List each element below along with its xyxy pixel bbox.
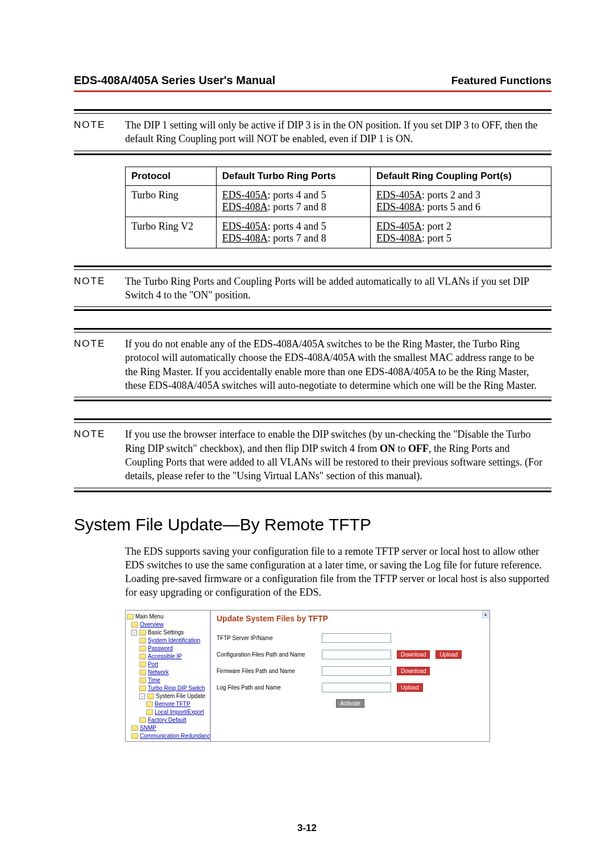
nav-factory[interactable]: Factory Default bbox=[148, 716, 186, 724]
nav-basic[interactable]: Basic Settings bbox=[148, 629, 184, 636]
nav-password[interactable]: Password bbox=[148, 645, 173, 652]
download-button[interactable]: Download bbox=[397, 667, 430, 675]
label-firmware-path: Firmware Files Path and Name bbox=[217, 668, 316, 674]
upload-button[interactable]: Upload bbox=[397, 683, 423, 692]
upload-button[interactable]: Upload bbox=[435, 650, 462, 659]
page-number: 3-12 bbox=[0, 823, 614, 834]
note-1-text: The DIP 1 setting will only be active if… bbox=[125, 118, 547, 146]
folder-icon bbox=[146, 701, 153, 707]
nav-sysfile[interactable]: System File Update bbox=[156, 692, 205, 700]
collapse-icon[interactable]: - bbox=[139, 693, 145, 699]
folder-icon bbox=[131, 725, 138, 731]
nav-remote-tftp[interactable]: Remote TFTP bbox=[155, 700, 190, 708]
nav-sysid[interactable]: System Identification bbox=[148, 637, 200, 644]
input-firmware-path[interactable] bbox=[322, 666, 391, 676]
th-ring-ports: Default Turbo Ring Ports bbox=[216, 167, 370, 185]
note-block-2: NOTE The Turbo Ring Ports and Coupling P… bbox=[74, 265, 551, 312]
note-label: NOTE bbox=[74, 427, 125, 483]
pane-title: Update System Files by TFTP bbox=[217, 614, 484, 623]
table-row: Turbo Ring V2 EDS-405A: ports 4 and 5 ED… bbox=[126, 217, 551, 248]
cell-ring-ports: EDS-405A: ports 4 and 5 EDS-408A: ports … bbox=[216, 217, 370, 248]
folder-icon bbox=[139, 678, 146, 683]
folder-icon bbox=[139, 662, 146, 667]
folder-icon bbox=[146, 709, 153, 715]
section-heading: System File Update—By Remote TFTP bbox=[74, 515, 551, 534]
note-4-text: If you use the browser interface to enab… bbox=[125, 427, 547, 483]
cell-ring-ports: EDS-405A: ports 4 and 5 EDS-408A: ports … bbox=[216, 185, 370, 217]
label-tftp-server: TFTP Server IP/Name bbox=[217, 635, 316, 641]
folder-icon bbox=[139, 670, 146, 675]
label-config-path: Configuration Files Path and Name bbox=[217, 651, 316, 658]
nav-tree: ▴ Main Menu Overview -Basic Settings Sys… bbox=[126, 610, 211, 741]
nav-time[interactable]: Time bbox=[148, 676, 160, 684]
cell-coupling-ports: EDS-405A: ports 2 and 3 EDS-408A: ports … bbox=[370, 185, 551, 217]
nav-local-import[interactable]: Local Import/Export bbox=[155, 708, 204, 716]
folder-icon bbox=[139, 630, 146, 636]
note-label: NOTE bbox=[74, 275, 125, 302]
download-button[interactable]: Download bbox=[397, 650, 430, 659]
note-2-text: The Turbo Ring Ports and Coupling Ports … bbox=[125, 275, 547, 302]
note-block-4: NOTE If you use the browser interface to… bbox=[74, 418, 551, 492]
table-row: Turbo Ring EDS-405A: ports 4 and 5 EDS-4… bbox=[126, 185, 551, 217]
folder-icon bbox=[139, 717, 146, 723]
nav-overview[interactable]: Overview bbox=[140, 621, 164, 628]
note-label: NOTE bbox=[74, 337, 125, 392]
folder-icon bbox=[127, 614, 134, 620]
folder-icon bbox=[139, 646, 146, 651]
protocol-table: Protocol Default Turbo Ring Ports Defaul… bbox=[125, 167, 551, 248]
folder-icon bbox=[131, 622, 138, 628]
input-log-path[interactable] bbox=[322, 683, 391, 692]
input-config-path[interactable] bbox=[322, 650, 391, 659]
input-tftp-server[interactable] bbox=[322, 633, 391, 643]
label-log-path: Log Files Path and Name bbox=[217, 684, 316, 691]
nav-port[interactable]: Port bbox=[148, 661, 158, 668]
header-left: EDS-408A/405A Series User's Manual bbox=[74, 74, 275, 87]
folder-icon bbox=[147, 693, 154, 699]
nav-accip[interactable]: Accessible IP bbox=[148, 653, 182, 660]
cell-protocol: Turbo Ring V2 bbox=[126, 217, 217, 248]
page-header: EDS-408A/405A Series User's Manual Featu… bbox=[74, 74, 551, 92]
content-pane: Update System Files by TFTP TFTP Server … bbox=[211, 610, 489, 741]
folder-icon bbox=[139, 654, 146, 659]
note-block-3: NOTE If you do not enable any of the EDS… bbox=[74, 328, 551, 401]
note-3-text: If you do not enable any of the EDS-408A… bbox=[125, 337, 547, 392]
note-label: NOTE bbox=[74, 118, 125, 146]
nav-commred[interactable]: Communication Redundancy bbox=[140, 732, 211, 740]
nav-snmp[interactable]: SNMP bbox=[140, 724, 156, 732]
cell-protocol: Turbo Ring bbox=[126, 185, 217, 217]
section-paragraph: The EDS supports saving your configurati… bbox=[125, 545, 551, 600]
th-protocol: Protocol bbox=[126, 167, 217, 185]
nav-main[interactable]: Main Menu bbox=[135, 613, 163, 620]
nav-network[interactable]: Network bbox=[148, 668, 169, 676]
th-coupling-ports: Default Ring Coupling Port(s) bbox=[370, 167, 551, 185]
cell-coupling-ports: EDS-405A: port 2 EDS-408A: port 5 bbox=[370, 217, 551, 248]
header-right: Featured Functions bbox=[451, 74, 551, 87]
folder-icon bbox=[131, 733, 138, 739]
activate-button[interactable]: Activate bbox=[336, 699, 364, 708]
nav-dip[interactable]: Turbo Ring DIP Switch bbox=[148, 684, 205, 692]
note-block-1: NOTE The DIP 1 setting will only be acti… bbox=[74, 109, 551, 155]
folder-icon bbox=[139, 638, 146, 643]
folder-icon bbox=[139, 686, 146, 691]
tftp-app-screenshot: ▴ Main Menu Overview -Basic Settings Sys… bbox=[125, 610, 490, 742]
collapse-icon[interactable]: - bbox=[131, 630, 137, 636]
